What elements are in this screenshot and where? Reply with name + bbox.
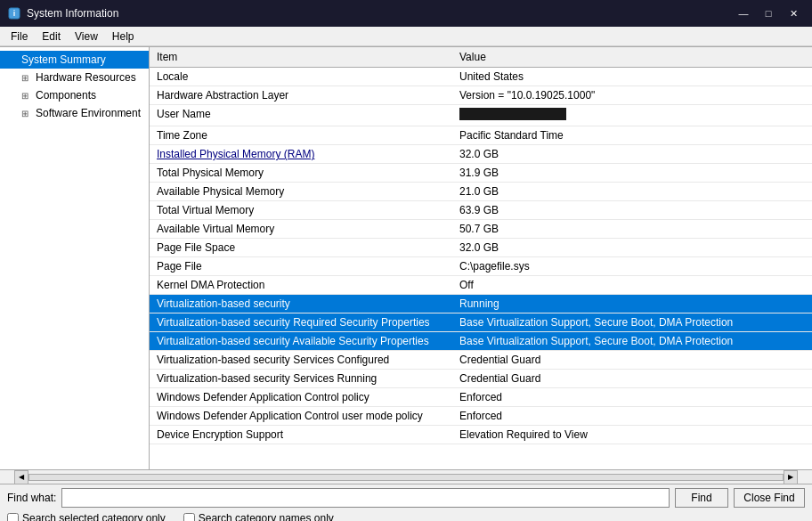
table-cell-item: Installed Physical Memory (RAM) — [150, 145, 452, 164]
table-cell-value: 63.9 GB — [452, 201, 812, 220]
table-cell-value: Base Virtualization Support, Secure Boot… — [452, 332, 812, 351]
table-cell-item: Virtualization-based security — [150, 295, 452, 313]
close-button[interactable]: ✕ — [782, 4, 805, 22]
find-button[interactable]: Find — [675, 488, 728, 508]
checkbox-search-selected-input[interactable] — [7, 513, 19, 522]
scrollbar-track[interactable] — [28, 474, 784, 481]
table-cell-item: Page File — [150, 257, 452, 276]
checkbox-search-selected[interactable]: Search selected category only — [7, 512, 166, 521]
tree-item-system-summary[interactable]: System Summary — [0, 51, 149, 69]
table-row[interactable]: Virtualization-based security Services C… — [150, 351, 812, 370]
menu-view[interactable]: View — [68, 28, 105, 45]
scroll-right-button[interactable]: ▶ — [784, 470, 798, 484]
table-cell-value: Off — [452, 276, 812, 295]
app-icon: i — [7, 6, 21, 20]
table-cell-item: Virtualization-based security Services R… — [150, 370, 452, 388]
table-cell-value: Enforced — [452, 388, 812, 407]
table-row[interactable]: User Name — [150, 105, 812, 126]
data-table: Item Value LocaleUnited StatesHardware A… — [150, 47, 812, 444]
data-panel[interactable]: Item Value LocaleUnited StatesHardware A… — [150, 47, 812, 469]
table-cell-value: Pacific Standard Time — [452, 126, 812, 145]
table-cell-item: Hardware Abstraction Layer — [150, 86, 452, 105]
svg-text:i: i — [13, 9, 16, 18]
table-cell-value: Credential Guard — [452, 370, 812, 388]
table-cell-value: Credential Guard — [452, 351, 812, 370]
table-row[interactable]: Total Physical Memory31.9 GB — [150, 164, 812, 183]
tree-label-software-environment: Software Environment — [36, 107, 141, 119]
table-cell-value: United States — [452, 68, 812, 86]
checkbox-search-category-names-label: Search category names only — [199, 512, 334, 521]
table-row[interactable]: Windows Defender Application Control use… — [150, 407, 812, 426]
table-cell-value: 50.7 GB — [452, 220, 812, 239]
menu-file[interactable]: File — [4, 28, 35, 45]
scroll-left-button[interactable]: ◀ — [14, 470, 28, 484]
expander-components: ⊞ — [21, 91, 36, 101]
redacted-value — [459, 108, 566, 120]
table-row[interactable]: Device Encryption SupportElevation Requi… — [150, 426, 812, 444]
table-cell-item: Virtualization-based security Services C… — [150, 351, 452, 370]
table-cell-value: Running — [452, 295, 812, 313]
table-cell-value: Version = "10.0.19025.1000" — [452, 86, 812, 105]
checkbox-search-category-names-input[interactable] — [183, 513, 195, 522]
table-row[interactable]: Time ZonePacific Standard Time — [150, 126, 812, 145]
expander-hardware-resources: ⊞ — [21, 73, 36, 83]
tree-label-system-summary: System Summary — [21, 53, 106, 66]
window-controls: — □ ✕ — [732, 4, 805, 22]
table-cell-item: Available Physical Memory — [150, 183, 452, 201]
table-cell-value: 21.0 GB — [452, 183, 812, 201]
table-cell-item: Total Physical Memory — [150, 164, 452, 183]
find-input[interactable] — [61, 488, 670, 508]
horizontal-scrollbar[interactable]: ◀ ▶ — [0, 469, 812, 484]
table-row[interactable]: Installed Physical Memory (RAM)32.0 GB — [150, 145, 812, 164]
table-cell-value: 31.9 GB — [452, 164, 812, 183]
tree-item-software-environment[interactable]: ⊞ Software Environment — [0, 104, 149, 122]
tree-label-components: Components — [36, 89, 96, 102]
table-row[interactable]: Virtualization-based security Available … — [150, 332, 812, 351]
table-row[interactable]: Total Virtual Memory63.9 GB — [150, 201, 812, 220]
menu-help[interactable]: Help — [105, 28, 142, 45]
close-find-button[interactable]: Close Find — [734, 488, 805, 508]
table-cell-value: Base Virtualization Support, Secure Boot… — [452, 313, 812, 332]
table-cell-value: 32.0 GB — [452, 145, 812, 164]
menu-edit[interactable]: Edit — [35, 28, 68, 45]
table-cell-value: C:\pagefile.sys — [452, 257, 812, 276]
table-cell-value — [452, 105, 812, 126]
menu-bar: File Edit View Help — [0, 27, 812, 46]
table-cell-item: Time Zone — [150, 126, 452, 145]
column-header-value: Value — [452, 47, 812, 68]
table-row[interactable]: LocaleUnited States — [150, 68, 812, 86]
table-row[interactable]: Virtualization-based security Required S… — [150, 313, 812, 332]
tree-item-hardware-resources[interactable]: ⊞ Hardware Resources — [0, 69, 149, 86]
table-cell-item: Page File Space — [150, 239, 452, 257]
table-cell-item: Locale — [150, 68, 452, 86]
table-cell-item: Virtualization-based security Required S… — [150, 313, 452, 332]
tree-label-hardware-resources: Hardware Resources — [36, 71, 136, 84]
minimize-button[interactable]: — — [732, 4, 755, 22]
checkbox-search-category-names[interactable]: Search category names only — [183, 512, 334, 521]
table-row[interactable]: Hardware Abstraction LayerVersion = "10.… — [150, 86, 812, 105]
column-header-item: Item — [150, 47, 452, 68]
table-row[interactable]: Windows Defender Application Control pol… — [150, 388, 812, 407]
table-cell-item: Windows Defender Application Control use… — [150, 407, 452, 426]
expander-software-environment: ⊞ — [21, 109, 36, 118]
main-content: System Summary ⊞ Hardware Resources ⊞ Co… — [0, 46, 812, 469]
tree-item-components[interactable]: ⊞ Components — [0, 86, 149, 104]
table-cell-item: Virtualization-based security Available … — [150, 332, 452, 351]
table-row[interactable]: Virtualization-based security Services R… — [150, 370, 812, 388]
maximize-button[interactable]: □ — [757, 4, 780, 22]
table-row[interactable]: Page File Space32.0 GB — [150, 239, 812, 257]
table-row[interactable]: Available Virtual Memory50.7 GB — [150, 220, 812, 239]
title-bar: i System Information — □ ✕ — [0, 0, 812, 27]
window-title: System Information — [27, 7, 732, 20]
table-row[interactable]: Page FileC:\pagefile.sys — [150, 257, 812, 276]
table-cell-item: Device Encryption Support — [150, 426, 452, 444]
table-row[interactable]: Virtualization-based securityRunning — [150, 295, 812, 313]
table-cell-value: 32.0 GB — [452, 239, 812, 257]
table-cell-value: Elevation Required to View — [452, 426, 812, 444]
table-row[interactable]: Kernel DMA ProtectionOff — [150, 276, 812, 295]
checkbox-row: Search selected category only Search cat… — [7, 512, 805, 521]
find-label: Find what: — [7, 492, 56, 504]
table-row[interactable]: Available Physical Memory21.0 GB — [150, 183, 812, 201]
table-cell-item: Available Virtual Memory — [150, 220, 452, 239]
tree-panel: System Summary ⊞ Hardware Resources ⊞ Co… — [0, 47, 150, 469]
